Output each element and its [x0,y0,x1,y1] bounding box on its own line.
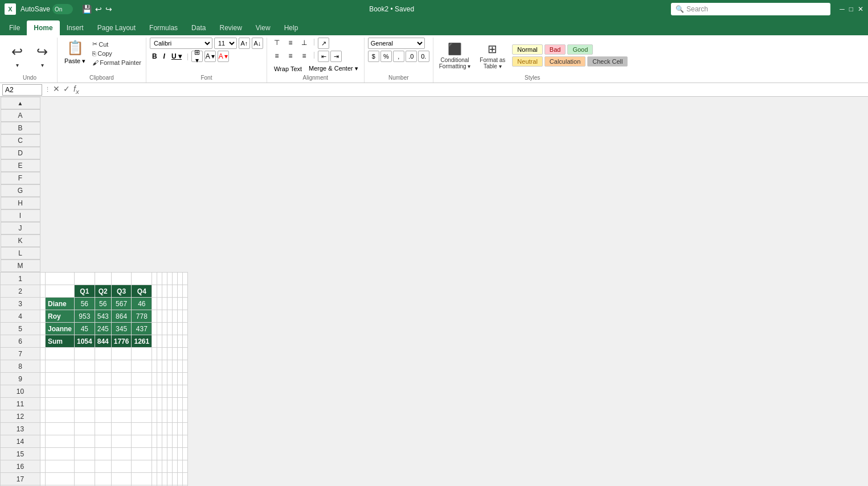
indent-decrease-button[interactable]: ⇤ [318,51,329,62]
cell-I13[interactable] [162,423,167,435]
col-header-g[interactable]: G [1,184,40,197]
cell-I3[interactable] [162,298,167,310]
cell-B10[interactable] [46,385,75,398]
cell-E8[interactable] [111,360,132,373]
cell-J11[interactable] [167,398,173,410]
cell-L1[interactable] [178,273,183,285]
cell-K15[interactable] [173,448,178,460]
close-icon[interactable]: ✕ [858,5,863,13]
cell-L14[interactable] [178,435,183,448]
col-header-j[interactable]: J [1,222,40,234]
cell-J15[interactable] [167,448,173,460]
cell-K4[interactable] [173,310,178,323]
row-num-4[interactable]: 4 [1,310,40,323]
cell-H13[interactable] [157,423,162,435]
cell-C10[interactable] [75,385,95,398]
cell-I6[interactable] [162,335,167,348]
font-family-select[interactable]: Calibri [150,38,212,49]
cell-H3[interactable] [157,298,162,310]
cell-B6[interactable]: Sum [46,335,75,348]
cell-M1[interactable] [183,273,188,285]
cell-E5[interactable]: 345 [111,323,132,335]
cell-J17[interactable] [167,473,173,485]
cell-K1[interactable] [173,273,178,285]
cell-L5[interactable] [178,323,183,335]
cell-K8[interactable] [173,360,178,373]
align-middle-button[interactable]: ≡ [284,38,297,48]
cell-I8[interactable] [162,360,167,373]
cell-F12[interactable] [132,410,152,423]
cell-I2[interactable] [162,285,167,298]
cell-K7[interactable] [173,348,178,360]
cell-B5[interactable]: Joanne [46,323,75,335]
align-bottom-button[interactable]: ⊥ [298,38,310,48]
cell-C4[interactable]: 953 [75,310,95,323]
cell-E16[interactable] [111,460,132,473]
cell-C5[interactable]: 45 [75,323,95,335]
cell-J14[interactable] [167,435,173,448]
percent-button[interactable]: % [380,51,392,62]
decrease-decimal-button[interactable]: 0. [418,51,429,62]
confirm-formula-icon[interactable]: ✓ [63,84,70,95]
formula-input[interactable] [81,86,866,94]
cell-G2[interactable] [152,285,157,298]
tab-data[interactable]: Data [185,20,212,35]
tab-formulas[interactable]: Formulas [142,20,185,35]
cell-F10[interactable] [132,385,152,398]
tab-view[interactable]: View [249,20,277,35]
cell-E15[interactable] [111,448,132,460]
cell-A3[interactable] [40,298,46,310]
cell-I10[interactable] [162,385,167,398]
cell-C6[interactable]: 1054 [75,335,95,348]
increase-font-button[interactable]: A↑ [239,38,250,49]
cell-B8[interactable] [46,360,75,373]
cell-J1[interactable] [167,273,173,285]
cell-B13[interactable] [46,423,75,435]
cell-L4[interactable] [178,310,183,323]
cell-G8[interactable] [152,360,157,373]
cell-M4[interactable] [183,310,188,323]
cell-E11[interactable] [111,398,132,410]
cell-C3[interactable]: 56 [75,298,95,310]
font-color-button[interactable]: A ▾ [218,51,229,62]
cell-C14[interactable] [75,435,95,448]
border-button[interactable]: ⊞ ▾ [191,51,203,62]
cell-M13[interactable] [183,423,188,435]
cell-D8[interactable] [95,360,111,373]
row-num-6[interactable]: 6 [1,335,40,348]
cell-I1[interactable] [162,273,167,285]
cell-I4[interactable] [162,310,167,323]
cell-B14[interactable] [46,435,75,448]
cell-G14[interactable] [152,435,157,448]
cell-K5[interactable] [173,323,178,335]
cell-L6[interactable] [178,335,183,348]
col-header-c[interactable]: C [1,134,40,147]
col-header-b[interactable]: B [1,122,40,134]
row-num-3[interactable]: 3 [1,298,40,310]
cell-G4[interactable] [152,310,157,323]
cell-H11[interactable] [157,398,162,410]
cell-G6[interactable] [152,335,157,348]
cell-F15[interactable] [132,448,152,460]
corner-header[interactable]: ▲ [1,97,40,109]
cell-J7[interactable] [167,348,173,360]
cell-G5[interactable] [152,323,157,335]
cell-L8[interactable] [178,360,183,373]
row-num-10[interactable]: 10 [1,385,40,398]
cell-A13[interactable] [40,423,46,435]
cell-M6[interactable] [183,335,188,348]
cell-F4[interactable]: 778 [132,310,152,323]
row-num-5[interactable]: 5 [1,323,40,335]
col-header-h[interactable]: H [1,197,40,209]
cell-F9[interactable] [132,373,152,385]
cell-D2[interactable]: Q2 [95,285,111,298]
cell-G11[interactable] [152,398,157,410]
cell-H6[interactable] [157,335,162,348]
undo-icon[interactable]: ↩ [95,5,102,14]
cell-K11[interactable] [173,398,178,410]
cell-J6[interactable] [167,335,173,348]
comma-button[interactable]: , [393,51,404,62]
cell-H5[interactable] [157,323,162,335]
decrease-font-button[interactable]: A↓ [252,38,263,49]
cell-B9[interactable] [46,373,75,385]
